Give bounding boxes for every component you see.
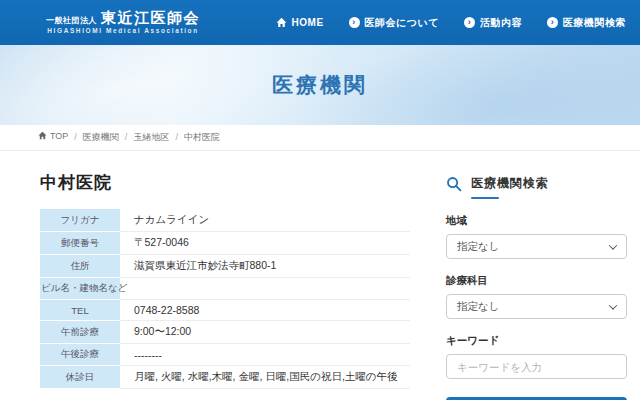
nav-item-2[interactable]: ›活動内容 (464, 16, 522, 30)
title-underline (471, 197, 499, 199)
chevron-down-icon (609, 241, 617, 249)
table-row: 休診日月曜, 火曜, 水曜,木曜, 金曜, 日曜,国民の祝日,土曜の午後 (40, 366, 410, 389)
breadcrumb-item-3: 中村医院 (184, 131, 220, 144)
page-title: 医療機関 (272, 71, 368, 99)
breadcrumb: TOP/医療機関/玉緒地区/中村医院 (0, 125, 640, 151)
arrow-circle-icon: › (547, 17, 558, 28)
breadcrumb-separator: / (125, 132, 128, 142)
detail-value: -------- (120, 344, 410, 366)
home-icon (276, 17, 287, 28)
select-field-1[interactable]: 指定なし (446, 294, 627, 319)
breadcrumb-item-2[interactable]: 玉緒地区 (133, 131, 169, 144)
detail-value: 月曜, 火曜, 水曜,木曜, 金曜, 日曜,国民の祝日,土曜の午後 (120, 366, 410, 389)
hero-banner: 医療機関 (0, 45, 640, 125)
table-row: 午前診療9:00〜12:00 (40, 321, 410, 344)
table-row: TEL0748-22-8588 (40, 300, 410, 321)
site-header: 一般社団法人 東近江医師会 HIGASHIOMI Medical Associa… (0, 0, 640, 45)
breadcrumb-label: 医療機関 (83, 131, 119, 144)
select-field-0[interactable]: 指定なし (446, 234, 627, 259)
breadcrumb-item-1[interactable]: 医療機関 (83, 131, 119, 144)
table-row: 郵便番号〒527-0046 (40, 232, 410, 255)
home-icon (38, 131, 47, 140)
breadcrumb-separator: / (74, 132, 77, 142)
arrow-circle-icon: › (349, 17, 360, 28)
detail-value (120, 278, 410, 300)
detail-label: フリガナ (40, 209, 120, 232)
detail-label: TEL (40, 300, 120, 321)
detail-label: 午後診療 (40, 344, 120, 366)
nav-item-1[interactable]: ›医師会について (349, 16, 439, 30)
breadcrumb-item-0[interactable]: TOP (38, 131, 68, 141)
table-row: 住所滋賀県東近江市妙法寺町880-1 (40, 255, 410, 278)
site-logo[interactable]: 一般社団法人 東近江医師会 HIGASHIOMI Medical Associa… (46, 10, 200, 35)
detail-value: 9:00〜12:00 (120, 321, 410, 344)
breadcrumb-label: 玉緒地区 (133, 131, 169, 144)
keyword-input[interactable] (446, 354, 627, 379)
nav-item-label: 活動内容 (480, 16, 522, 30)
detail-label: 郵便番号 (40, 232, 120, 255)
arrow-circle-icon: › (464, 17, 475, 28)
search-sidebar: 医療機関検索 地域指定なし診療科目指定なしキーワード 検 索 (446, 151, 627, 400)
select-value: 指定なし (457, 300, 500, 314)
select-value: 指定なし (457, 240, 500, 254)
field-label-0: 地域 (446, 214, 627, 228)
detail-label: ビル名・建物名など (40, 278, 120, 300)
search-heading: 医療機関検索 (446, 175, 627, 199)
detail-label: 住所 (40, 255, 120, 278)
logo-subtitle: HIGASHIOMI Medical Association (46, 28, 200, 35)
table-row: フリガナナカムライイン (40, 209, 410, 232)
clinic-details-table: フリガナナカムライイン郵便番号〒527-0046住所滋賀県東近江市妙法寺町880… (40, 209, 410, 389)
chevron-down-icon (609, 301, 617, 309)
field-label-1: 診療科目 (446, 274, 627, 288)
nav-item-label: HOME (292, 17, 324, 28)
nav-item-0[interactable]: HOME (276, 17, 324, 28)
breadcrumb-label: 中村医院 (184, 131, 220, 144)
detail-value: 〒527-0046 (120, 232, 410, 255)
detail-value: 0748-22-8588 (120, 300, 410, 321)
page: 一般社団法人 東近江医師会 HIGASHIOMI Medical Associa… (0, 0, 640, 400)
clinic-detail-panel: 中村医院 フリガナナカムライイン郵便番号〒527-0046住所滋賀県東近江市妙法… (40, 151, 412, 400)
content-area: 中村医院 フリガナナカムライイン郵便番号〒527-0046住所滋賀県東近江市妙法… (0, 151, 640, 400)
detail-label: 休診日 (40, 366, 120, 389)
nav-item-label: 医師会について (365, 16, 439, 30)
search-icon (446, 176, 462, 192)
logo-name: 東近江医師会 (101, 10, 200, 25)
table-row: ビル名・建物名など (40, 278, 410, 300)
table-row: 午後診療-------- (40, 344, 410, 366)
breadcrumb-label: TOP (50, 131, 68, 141)
detail-value: ナカムライイン (120, 209, 410, 232)
detail-value: 滋賀県東近江市妙法寺町880-1 (120, 255, 410, 278)
search-sidebar-title: 医療機関検索 (471, 175, 549, 192)
nav-item-label: 医療機関検索 (563, 16, 626, 30)
field-label-2: キーワード (446, 334, 627, 348)
main-nav: HOME›医師会について›活動内容›医療機関検索 (276, 16, 626, 30)
breadcrumb-separator: / (175, 132, 178, 142)
search-form: 地域指定なし診療科目指定なしキーワード (446, 214, 627, 379)
nav-item-3[interactable]: ›医療機関検索 (547, 16, 626, 30)
logo-corporate-type: 一般社団法人 (46, 17, 97, 25)
detail-label: 午前診療 (40, 321, 120, 344)
clinic-name-heading: 中村医院 (40, 171, 412, 194)
